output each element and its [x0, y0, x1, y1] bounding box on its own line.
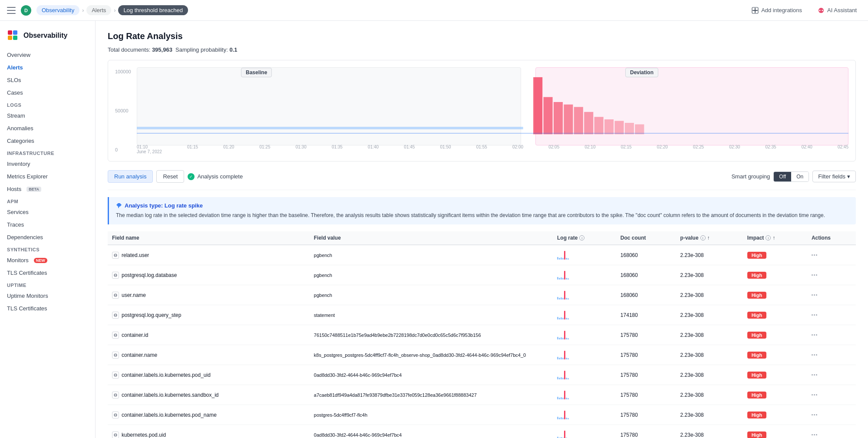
row-actions-button[interactable] [812, 394, 851, 395]
row-actions-button[interactable] [812, 374, 851, 375]
ai-assistant-icon [818, 7, 825, 14]
actions-cell [807, 405, 856, 425]
row-actions-button[interactable] [812, 274, 851, 276]
reset-button[interactable]: Reset [156, 170, 184, 183]
svg-rect-17 [594, 117, 604, 134]
chevron-down-icon: ▾ [847, 173, 850, 180]
row-actions-button[interactable] [812, 434, 851, 435]
impact-cell: High [743, 425, 807, 438]
svg-rect-15 [574, 107, 583, 134]
svg-rect-18 [604, 119, 614, 134]
impact-badge: High [747, 392, 766, 398]
impact-cell: High [743, 265, 807, 285]
sidebar-item-anomalies[interactable]: Anomalies [0, 122, 95, 135]
field-value: 0ad8dd30-3fd2-4644-b46c-969c94ef7bc4 [310, 365, 553, 385]
sidebar-item-cases[interactable]: Cases [0, 86, 95, 99]
sidebar-item-overview[interactable]: Overview [0, 49, 95, 61]
sidebar-section-infrastructure: Infrastructure [0, 147, 95, 158]
field-name-cell: container.labels.io.kubernetes.pod_name [112, 412, 305, 418]
actions-cell [807, 285, 856, 305]
run-analysis-button[interactable]: Run analysis [108, 170, 153, 183]
impact-cell: High [743, 385, 807, 405]
row-actions-button[interactable] [812, 414, 851, 415]
add-integrations-button[interactable]: Add integrations [747, 4, 806, 16]
analysis-type-description: The median log rate in the selected devi… [116, 211, 849, 219]
toggle-on-button[interactable]: On [791, 172, 809, 181]
breadcrumb-current[interactable]: Log threshold breached [118, 5, 188, 15]
field-name: kubernetes.pod.uid [122, 432, 166, 438]
ai-assistant-label: AI Assistant [827, 7, 857, 13]
impact-sort-icon[interactable]: ↑ [772, 235, 775, 241]
doc-count: 168060 [616, 245, 676, 265]
total-documents: 395,963 [152, 46, 172, 53]
field-type-icon [112, 292, 119, 299]
svg-rect-10 [137, 127, 523, 129]
smart-grouping-toggle[interactable]: Off On [773, 171, 809, 182]
sidebar-item-slos[interactable]: SLOs [0, 74, 95, 86]
svg-rect-13 [554, 102, 563, 134]
sidebar-item-tls-certs-synthetics[interactable]: TLS Certificates [0, 267, 95, 279]
impact-info-icon[interactable]: i [766, 235, 771, 240]
log-rate-info-icon[interactable]: i [579, 235, 584, 240]
user-avatar: D [21, 5, 31, 16]
impact-badge: High [747, 292, 766, 299]
row-actions-button[interactable] [812, 334, 851, 336]
ai-assistant-button[interactable]: AI Assistant [813, 4, 861, 16]
sidebar-item-inventory[interactable]: Inventory [0, 158, 95, 170]
results-table: Field name Field value Log rate i Doc co… [108, 231, 856, 438]
sidebar-item-alerts[interactable]: Alerts [0, 61, 95, 74]
table-row: container.labels.io.kubernetes.pod_name … [108, 405, 856, 425]
field-type-icon [112, 332, 119, 339]
svg-rect-8 [8, 36, 12, 40]
filter-fields-button[interactable]: Filter fields ▾ [812, 171, 856, 182]
sidebar-item-dependencies[interactable]: Dependencies [0, 231, 95, 244]
field-type-icon [112, 412, 119, 418]
svg-rect-16 [584, 112, 593, 134]
sidebar-item-monitors[interactable]: Monitors NEW [0, 254, 95, 267]
impact-cell: High [743, 305, 807, 325]
table-row: related.user pgbench 168060 2.23e-308 Hi… [108, 245, 856, 265]
p-value-info-icon[interactable]: i [700, 235, 706, 240]
actions-cell [807, 345, 856, 365]
sidebar-item-metrics-explorer[interactable]: Metrics Explorer [0, 170, 95, 183]
field-name-cell: container.labels.io.kubernetes.sandbox_i… [112, 392, 305, 398]
impact-badge: High [747, 332, 766, 339]
sidebar-item-stream[interactable]: Stream [0, 109, 95, 122]
breadcrumb-alerts[interactable]: Alerts [86, 5, 111, 15]
sidebar-item-categories[interactable]: Categories [0, 135, 95, 147]
log-rate-mini-chart [553, 325, 616, 345]
svg-rect-6 [8, 30, 12, 35]
row-actions-button[interactable] [812, 294, 851, 296]
field-value: pgbench [310, 245, 553, 265]
field-value: a7caeb81df949a4da817fe93879dfbe31e337fe0… [310, 385, 553, 405]
table-row: container.id 76150c7488511e1b75e9ad4b9eb… [108, 325, 856, 345]
field-name-cell: kubernetes.pod.uid [112, 431, 305, 438]
p-value: 2.23e-308 [676, 245, 743, 265]
svg-point-5 [822, 10, 823, 11]
observability-logo-icon [7, 30, 19, 42]
menu-icon[interactable] [7, 7, 16, 14]
sidebar-item-tls-certs-uptime[interactable]: TLS Certificates [0, 302, 95, 315]
row-actions-button[interactable] [812, 254, 851, 256]
sidebar-item-uptime-monitors[interactable]: Uptime Monitors [0, 290, 95, 302]
svg-point-4 [819, 10, 821, 11]
p-value-sort-icon[interactable]: ↑ [707, 235, 710, 241]
smart-grouping-label: Smart grouping [731, 173, 770, 180]
sidebar-item-traces[interactable]: Traces [0, 218, 95, 231]
p-value: 2.23e-308 [676, 405, 743, 425]
pin-icon [116, 203, 122, 209]
field-type-icon [112, 372, 119, 379]
sidebar-item-hosts[interactable]: Hosts BETA [0, 183, 95, 195]
log-rate-mini-chart [553, 425, 616, 438]
sidebar-item-services[interactable]: Services [0, 206, 95, 218]
actions-cell [807, 265, 856, 285]
breadcrumb-observability[interactable]: Observability [36, 5, 79, 15]
svg-rect-14 [564, 105, 573, 135]
field-name: container.labels.io.kubernetes.pod_name [122, 412, 217, 418]
field-value: pgbench [310, 265, 553, 285]
row-actions-button[interactable] [812, 314, 851, 316]
row-actions-button[interactable] [812, 354, 851, 356]
field-name: container.labels.io.kubernetes.sandbox_i… [122, 392, 219, 398]
toggle-off-button[interactable]: Off [774, 172, 791, 181]
field-name: user.name [122, 292, 146, 298]
